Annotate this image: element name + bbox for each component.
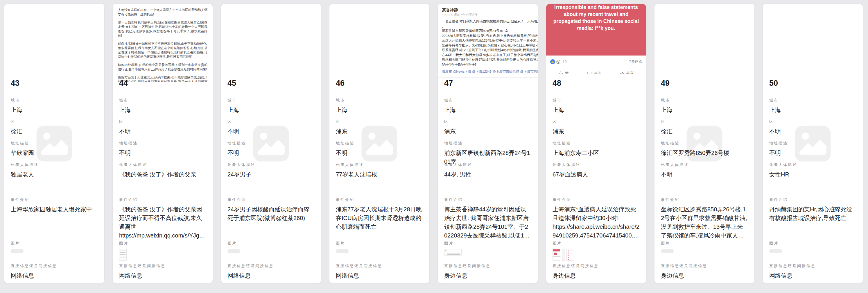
field-label-event: 事件介绍 <box>661 197 748 202</box>
card-cover-article-screenshot: 人都没有这样的机会。一个病人需要几十个人的同时帮助和关怀才有可能获得一丝的机会!… <box>113 4 213 82</box>
field-label-deceased: 死者大体描述 <box>119 163 206 167</box>
field-value-event: 上海浦东*血透病人延误治疗致死且遗体滞留家中约30小时! https://sha… <box>553 205 640 240</box>
field-label-image: 图片 <box>769 241 857 245</box>
field-label-direct: 直接信息还是间接信息 <box>227 264 315 268</box>
field-value-city: 上海 <box>661 106 748 114</box>
facebook-reactions: 👍 😮 19 <box>550 59 567 64</box>
field-label-address: 地址描述 <box>553 141 640 146</box>
field-label-address: 地址描述 <box>227 141 315 146</box>
record-card-45[interactable]: 45 城市上海 区不明 地址描述不明 死者大体描述24岁男子 事件介绍24岁男子… <box>221 3 321 284</box>
field-value-deceased: 24岁男子 <box>227 170 315 179</box>
field-value-deceased: 不明 <box>661 170 748 179</box>
field-value-deceased: 《我的爸爸 没了》作者的父亲 <box>119 170 206 179</box>
attachment-thumbnail[interactable] <box>119 249 127 261</box>
field-value-address: 不明 <box>769 149 857 157</box>
record-number: 47 <box>444 78 531 88</box>
field-value-city: 上海 <box>444 106 531 114</box>
record-card-48[interactable]: irresponsible and false statements about… <box>546 3 646 284</box>
weibo-post-text: 复是等待领导批示。3月30日因为病情引起心衰,4月1日上午呼吸不畅, <box>442 43 538 48</box>
field-label-city: 城市 <box>336 98 423 102</box>
card-cover-facebook-screenshot: irresponsible and false statements about… <box>546 4 646 74</box>
field-label-deceased: 死者大体描述 <box>336 163 423 167</box>
field-label-deceased: 死者大体描述 <box>769 163 857 167</box>
field-label-city: 城市 <box>769 98 857 102</box>
field-value-city: 上海 <box>336 106 423 114</box>
field-label-image: 图片 <box>661 241 748 245</box>
comment-icon <box>587 71 592 74</box>
attachment-thumbnail[interactable] <box>769 249 782 253</box>
field-value-district: 不明 <box>769 127 857 136</box>
weibo-post-text: 。 <box>442 24 538 29</box>
field-value-direct: 网络信息 <box>11 271 98 280</box>
record-card-49[interactable]: 49 城市上海 区徐汇 地址描述徐汇区罗秀路850弄26号楼 死者大体描述不明 … <box>654 3 755 284</box>
record-number: 46 <box>336 78 423 88</box>
record-card-44[interactable]: 人都没有这样的机会。一个病人需要几十个人的同时帮助和关怀才有可能获得一丝的机会!… <box>113 3 213 284</box>
record-number: 49 <box>661 78 748 88</box>
article-paragraph: 然而,4月3日被告知爸爸不得不进行高位截肢,由于下肢动脉硬化,整条腿要截去,我作… <box>118 41 208 59</box>
record-card-47[interactable]: 茶香禅静 4-2 02:31 来自 iPhone客户端 一名志愿者,昨日我投入路… <box>437 3 538 284</box>
field-value-deceased: 67岁血透病人 <box>553 170 640 179</box>
record-card-50[interactable]: 50 城市上海 区不明 地址描述不明 死者大体描述女性HR 事件介绍丹纳赫集团的… <box>763 3 863 284</box>
record-card-43[interactable]: 43 城市上海 区徐汇 地址描述华欣家园 死者大体描述独居老人 事件介绍上海华欣… <box>4 3 104 284</box>
field-label-direct: 直接信息还是间接信息 <box>769 264 857 268</box>
field-label-image: 图片 <box>553 241 640 245</box>
attachment-thumbnail[interactable] <box>227 249 240 253</box>
field-label-direct: 直接信息还是间接信息 <box>11 264 98 268</box>
field-label-district: 区 <box>769 119 857 124</box>
field-label-direct: 直接信息还是间接信息 <box>553 264 640 268</box>
field-label-deceased: 死者大体描述 <box>553 163 640 167</box>
field-label-address: 地址描述 <box>661 141 748 146</box>
field-label-event: 事件介绍 <box>769 197 857 202</box>
field-label-direct: 直接信息还是间接信息 <box>336 264 423 268</box>
field-value-district: 徐汇 <box>661 127 748 136</box>
field-value-address: 徐汇区罗秀路850弄26号楼 <box>661 149 748 157</box>
facebook-like-button: 赞 <box>558 71 569 74</box>
field-label-direct: 直接信息还是间接信息 <box>119 264 206 268</box>
field-label-district: 区 <box>661 119 748 124</box>
field-label-event: 事件介绍 <box>553 197 640 202</box>
field-label-deceased: 死者大体描述 <box>11 163 98 167</box>
field-label-image: 图片 <box>444 241 531 245</box>
field-label-district: 区 <box>11 119 98 124</box>
record-card-46[interactable]: 46 城市上海 区浦东 地址描述不明 死者大体描述77岁老人沈瑞根 事件介绍浦东… <box>329 3 430 284</box>
field-value-address: 不明 <box>336 149 423 157</box>
attachment-thumbnail[interactable] <box>661 249 674 253</box>
record-number: 50 <box>769 78 857 88</box>
field-value-district: 浦东 <box>444 127 531 136</box>
field-value-city: 上海 <box>119 106 206 114</box>
field-value-direct: 网络信息 <box>769 271 857 280</box>
field-value-event: 博主茶香禅静44岁的堂哥因延误治疗去世: 我哥哥家住浦东新区唐镇创新西路28弄2… <box>444 205 531 240</box>
weibo-mention-links: 海发布 @News上海 @上海12345 @上海市市民信箱 @上海市志愿者协会 <box>442 69 538 74</box>
weibo-post-text: 哥家住浦东新区唐镇创新西路28弄24号101室 <box>442 28 538 33</box>
field-label-district: 区 <box>119 119 206 124</box>
attachment-thumbnail[interactable] <box>562 249 565 261</box>
attachment-thumbnail[interactable] <box>553 249 560 261</box>
field-value-event: 浦东77岁老人沈瑞根于3月28日晚在ICU病房因长期末肾透析造成的心肌衰竭而死亡 <box>336 205 423 231</box>
attachment-thumbnail[interactable] <box>444 249 462 256</box>
attachment-thumbnail[interactable] <box>566 249 574 261</box>
field-label-district: 区 <box>227 119 315 124</box>
field-value-event: 24岁男子因核酸而延误治疗而猝死于浦东医院(微博@红茶260) <box>227 205 315 223</box>
attachment-thumbnail[interactable] <box>11 249 24 253</box>
field-value-deceased: 44岁, 男性 <box>444 170 531 179</box>
field-value-city: 上海 <box>11 106 98 114</box>
field-label-address: 地址描述 <box>119 141 206 146</box>
field-value-deceased: 独居老人 <box>11 170 98 179</box>
field-label-district: 区 <box>336 119 423 124</box>
field-value-direct: 身边信息 <box>661 271 748 280</box>
field-label-address: 地址描述 <box>336 141 423 146</box>
facebook-share-button: 分享 <box>620 71 634 74</box>
field-label-deceased: 死者大体描述 <box>227 163 315 167</box>
field-value-direct: 网络信息 <box>119 271 206 280</box>
weibo-post-text: 220329去医院采样核酸,以便1号血透,晚上被告知核酸异样,等待转移 <box>442 33 538 38</box>
field-value-direct: 网络信息 <box>336 271 423 280</box>
weibo-post-text: 联系居委呼叫120,直到下午1点才到,经过40分钟的抢救,我哥的生命 <box>442 48 538 53</box>
attachment-thumbnail[interactable] <box>336 249 349 253</box>
field-label-district: 区 <box>553 119 640 124</box>
record-number: 44 <box>119 78 206 88</box>
field-value-event: 《我的爸爸 没了》作者的父亲因延误治疗而不得不高位截肢,未久遍离世 https:… <box>119 205 206 240</box>
field-value-address: 上海浦东寿二小区 <box>553 149 640 157</box>
field-value-event: 上海华欣家园独居老人饿死家中 <box>11 205 98 214</box>
field-value-direct: 身边信息 <box>444 271 531 280</box>
field-label-direct: 直接信息还是间接信息 <box>444 264 531 268</box>
